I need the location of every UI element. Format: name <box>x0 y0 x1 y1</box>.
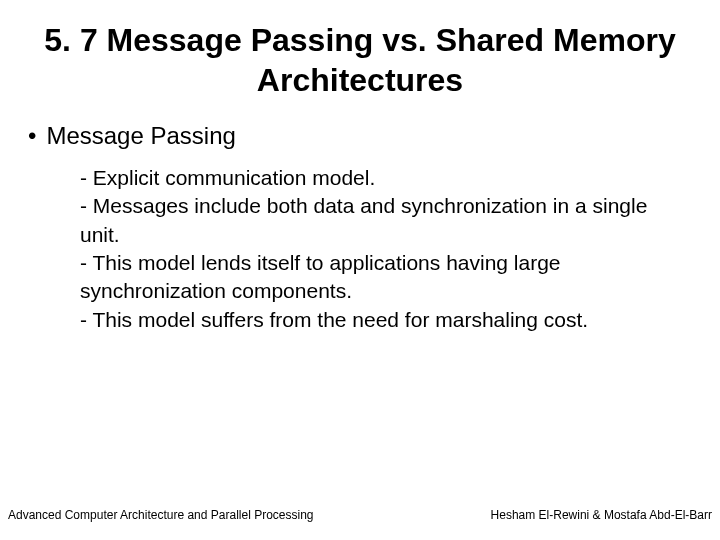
footer: Advanced Computer Architecture and Paral… <box>0 508 720 522</box>
footer-right: Hesham El-Rewini & Mostafa Abd-El-Barr <box>491 508 712 522</box>
bullet-item: • Message Passing <box>28 122 680 150</box>
footer-left: Advanced Computer Architecture and Paral… <box>8 508 314 522</box>
slide-title: 5. 7 Message Passing vs. Shared Memory A… <box>40 20 680 100</box>
point-line: - Explicit communication model. <box>80 164 680 192</box>
point-line: - Messages include both data and synchro… <box>80 192 680 249</box>
point-line: - This model suffers from the need for m… <box>80 306 680 334</box>
slide: 5. 7 Message Passing vs. Shared Memory A… <box>0 0 720 540</box>
point-line: - This model lends itself to application… <box>80 249 680 306</box>
bullet-label: Message Passing <box>46 122 235 150</box>
bullet-marker: • <box>28 122 36 150</box>
points-block: - Explicit communication model. - Messag… <box>80 164 680 334</box>
